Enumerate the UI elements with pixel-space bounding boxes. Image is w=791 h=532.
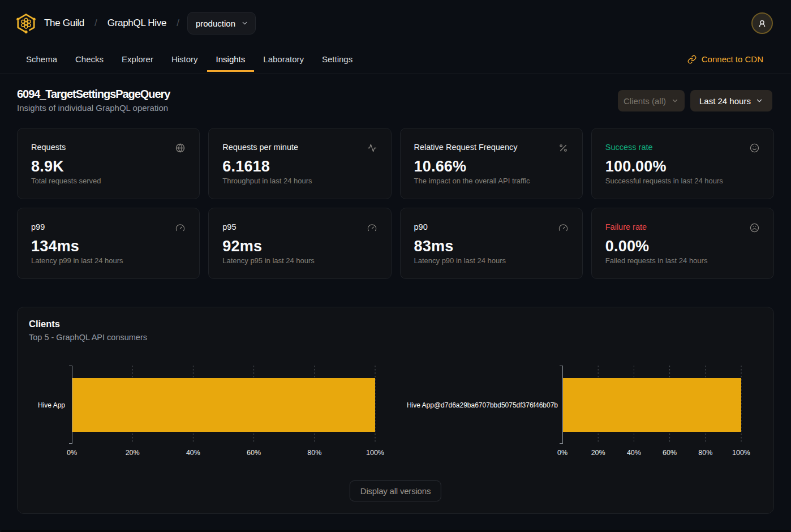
svg-text:20%: 20% bbox=[126, 449, 140, 457]
svg-text:Hive App: Hive App bbox=[38, 401, 65, 409]
svg-text:100%: 100% bbox=[732, 449, 750, 457]
svg-text:80%: 80% bbox=[307, 449, 321, 457]
svg-text:Hive App@d7d6a29ba6707bbd5075d: Hive App@d7d6a29ba6707bbd5075df376f46b07… bbox=[407, 401, 558, 409]
svg-text:20%: 20% bbox=[591, 449, 605, 457]
svg-text:40%: 40% bbox=[186, 449, 200, 457]
svg-text:100%: 100% bbox=[366, 449, 384, 457]
svg-text:60%: 60% bbox=[247, 449, 261, 457]
svg-text:60%: 60% bbox=[663, 449, 677, 457]
svg-text:0%: 0% bbox=[557, 449, 568, 457]
svg-text:40%: 40% bbox=[627, 449, 641, 457]
svg-text:80%: 80% bbox=[698, 449, 712, 457]
svg-text:0%: 0% bbox=[67, 449, 77, 457]
